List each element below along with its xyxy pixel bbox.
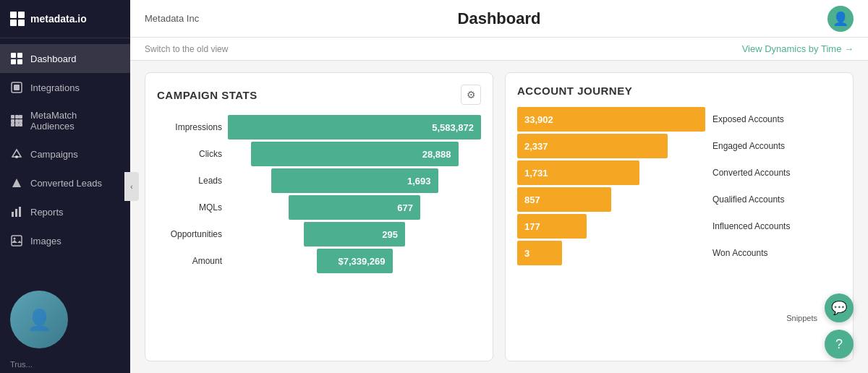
sidebar-nav: Dashboard Integrations MetaMatch Audienc…	[0, 38, 130, 283]
campaign-funnel-row: Clicks28,888	[157, 142, 481, 166]
funnel-bar-value: 295	[382, 229, 398, 240]
funnel-bar: 28,888	[251, 142, 459, 166]
snippets-label: Snippets	[786, 314, 817, 322]
account-journey-header: ACCOUNT JOURNEY	[517, 85, 841, 97]
funnel-bar-wrap: 1,693	[228, 168, 481, 193]
funnel-bar-value: $7,339,269	[338, 256, 385, 267]
sidebar-item-label: Images	[30, 236, 61, 246]
journey-bar: 857	[517, 187, 611, 212]
funnel-bar-wrap: 295	[228, 222, 481, 246]
user-avatar[interactable]: 👤	[827, 6, 854, 32]
sub-bar: Switch to the old view View Dynamics by …	[130, 38, 868, 61]
dashboard-icon	[10, 52, 23, 65]
sidebar-item-images[interactable]: Images	[0, 226, 130, 255]
svg-point-21	[14, 238, 16, 240]
sidebar-item-label: Campaigns	[30, 149, 78, 160]
integrations-icon	[10, 81, 23, 94]
svg-rect-13	[15, 123, 19, 127]
avatar: 👤	[10, 291, 68, 348]
campaign-stats-settings-button[interactable]: ⚙	[461, 85, 481, 105]
sidebar-item-reports[interactable]: Reports	[0, 197, 130, 226]
funnel-bar: 677	[289, 195, 420, 220]
journey-bar-value: 33,902	[524, 114, 553, 125]
journey-row-label: Influenced Accounts	[712, 221, 790, 231]
logo-text: metadata.io	[30, 13, 87, 25]
sidebar: metadata.io Dashboard Integrations MetaM…	[0, 0, 130, 373]
funnel-bar-value: 677	[397, 202, 413, 213]
journey-bar-wrap: 2,337	[517, 134, 705, 158]
sidebar-item-metamatch[interactable]: MetaMatch Audiences	[0, 102, 130, 140]
campaign-funnel-row: Amount$7,339,269	[157, 249, 481, 273]
svg-rect-14	[19, 123, 22, 127]
sidebar-item-label: MetaMatch Audiences	[30, 110, 120, 132]
sidebar-collapse-button[interactable]: ‹	[124, 172, 139, 201]
journey-bar-value: 177	[524, 221, 540, 232]
funnel-row-label: Amount	[157, 256, 222, 266]
svg-rect-18	[15, 209, 17, 217]
sidebar-item-label: Integrations	[30, 82, 80, 93]
funnel-bar: $7,339,269	[317, 249, 393, 273]
journey-funnel-row: 1,731Converted Accounts	[517, 160, 841, 185]
sidebar-item-label: Reports	[30, 207, 64, 218]
campaigns-icon	[10, 147, 23, 160]
account-journey-title: ACCOUNT JOURNEY	[517, 85, 632, 97]
svg-rect-19	[19, 207, 21, 217]
campaign-stats-title: CAMPAIGN STATS	[157, 89, 258, 101]
journey-bar-wrap: 857	[517, 187, 705, 212]
svg-rect-9	[11, 119, 14, 123]
funnel-row-label: Clicks	[157, 149, 222, 159]
campaign-funnel-row: Leads1,693	[157, 168, 481, 193]
switch-old-view-button[interactable]: Switch to the old view	[145, 44, 228, 54]
journey-bar: 33,902	[517, 107, 705, 132]
campaign-stats-card: CAMPAIGN STATS ⚙ Impressions5,583,872Cli…	[145, 72, 493, 361]
campaign-funnel-row: Opportunities295	[157, 222, 481, 246]
funnel-bar-wrap: $7,339,269	[228, 249, 481, 273]
journey-funnel-row: 177Influenced Accounts	[517, 214, 841, 239]
funnel-bar-wrap: 5,583,872	[228, 115, 481, 140]
avatar-image: 👤	[10, 291, 68, 348]
chat-button[interactable]: 💬	[825, 293, 854, 322]
campaign-funnel-row: MQLs677	[157, 195, 481, 220]
funnel-row-label: Leads	[157, 176, 222, 186]
main-content: Metadata Inc Dashboard 👤 Switch to the o…	[130, 0, 868, 373]
content-area: CAMPAIGN STATS ⚙ Impressions5,583,872Cli…	[130, 61, 868, 373]
help-button[interactable]: ?	[825, 330, 854, 359]
floating-buttons: Snippets 💬 ?	[825, 293, 854, 359]
svg-rect-5	[14, 85, 20, 90]
svg-rect-8	[19, 115, 22, 119]
svg-marker-16	[12, 179, 21, 187]
funnel-row-label: Impressions	[157, 122, 222, 132]
funnel-bar-value: 5,583,872	[432, 122, 474, 133]
journey-funnel-row: 3Won Accounts	[517, 241, 841, 265]
svg-rect-6	[11, 115, 14, 119]
funnel-bar-wrap: 28,888	[228, 142, 481, 166]
journey-bar-wrap: 1,731	[517, 160, 705, 185]
top-bar: Metadata Inc Dashboard 👤	[130, 0, 868, 38]
journey-row-label: Exposed Accounts	[712, 114, 784, 124]
sidebar-logo[interactable]: metadata.io	[0, 0, 130, 38]
campaign-stats-header: CAMPAIGN STATS ⚙	[157, 85, 481, 105]
sidebar-item-label: Dashboard	[30, 53, 77, 64]
sidebar-item-integrations[interactable]: Integrations	[0, 73, 130, 102]
svg-rect-17	[12, 212, 14, 217]
funnel-bar-value: 1,693	[407, 176, 431, 186]
view-dynamics-button[interactable]: View Dynamics by Time →	[742, 43, 854, 54]
sidebar-item-converted-leads[interactable]: Converted Leads	[0, 168, 130, 197]
funnel-row-label: Opportunities	[157, 229, 222, 239]
journey-bar-value: 2,337	[524, 141, 548, 152]
svg-rect-2	[11, 59, 16, 64]
svg-rect-11	[19, 119, 22, 123]
journey-row-label: Qualified Accounts	[712, 194, 784, 205]
journey-bar-value: 857	[524, 194, 540, 205]
funnel-row-label: MQLs	[157, 202, 222, 213]
campaign-funnel-row: Impressions5,583,872	[157, 115, 481, 140]
converted-leads-icon	[10, 176, 23, 189]
journey-funnel-row: 33,902Exposed Accounts	[517, 107, 841, 132]
journey-bar: 1,731	[517, 160, 639, 185]
svg-rect-0	[11, 53, 16, 58]
sidebar-item-campaigns[interactable]: Campaigns	[0, 140, 130, 168]
company-name: Metadata Inc	[145, 13, 199, 24]
sidebar-item-dashboard[interactable]: Dashboard	[0, 44, 130, 73]
logo-icon	[10, 12, 25, 26]
journey-bar: 2,337	[517, 134, 668, 158]
